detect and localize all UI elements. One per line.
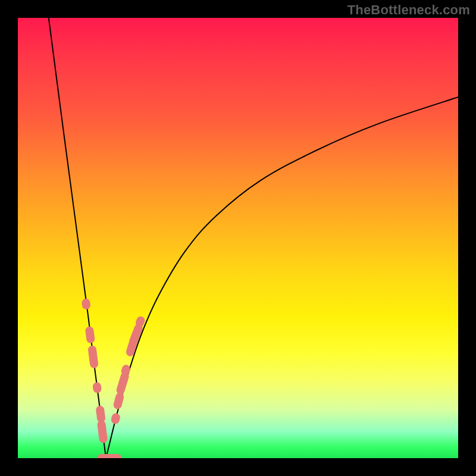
chart-stage: TheBottleneck.com (0, 0, 476, 476)
svg-rect-8 (115, 371, 130, 395)
marker-right-0 (110, 412, 121, 425)
svg-rect-6 (110, 412, 121, 425)
svg-rect-0 (82, 298, 91, 310)
curve-right-branch (106, 97, 458, 458)
marker-left-5 (97, 420, 108, 443)
marker-bottom-2 (106, 454, 121, 458)
svg-rect-4 (95, 405, 105, 423)
svg-rect-1 (85, 326, 95, 344)
marker-left-2 (87, 345, 99, 368)
svg-rect-15 (106, 454, 121, 458)
marker-right-1 (112, 392, 125, 410)
marker-left-0 (82, 298, 91, 310)
watermark-text: TheBottleneck.com (347, 2, 470, 18)
marker-left-4 (95, 405, 105, 423)
marker-right-2 (115, 371, 130, 395)
marker-layer (82, 298, 146, 458)
svg-rect-7 (112, 392, 125, 410)
svg-rect-3 (92, 382, 102, 394)
marker-left-1 (85, 326, 95, 344)
svg-rect-5 (97, 420, 108, 443)
chart-svg (18, 18, 458, 458)
curve-layer (49, 18, 458, 458)
marker-left-3 (92, 382, 102, 394)
plot-area (18, 18, 458, 458)
svg-rect-2 (87, 345, 99, 368)
